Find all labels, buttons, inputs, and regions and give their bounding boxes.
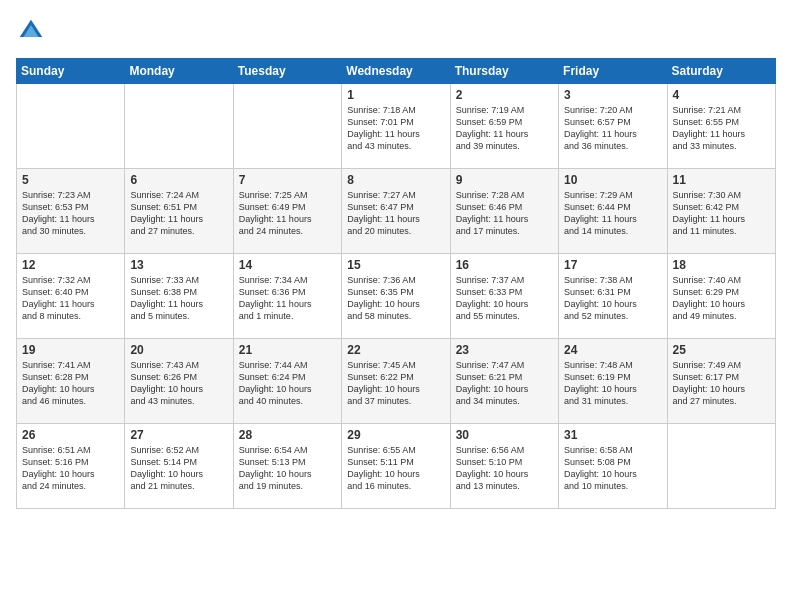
- calendar-cell: 3Sunrise: 7:20 AM Sunset: 6:57 PM Daylig…: [559, 84, 667, 169]
- calendar-cell: 2Sunrise: 7:19 AM Sunset: 6:59 PM Daylig…: [450, 84, 558, 169]
- calendar-cell: 26Sunrise: 6:51 AM Sunset: 5:16 PM Dayli…: [17, 424, 125, 509]
- day-info: Sunrise: 7:32 AM Sunset: 6:40 PM Dayligh…: [22, 274, 119, 323]
- day-info: Sunrise: 7:41 AM Sunset: 6:28 PM Dayligh…: [22, 359, 119, 408]
- day-number: 30: [456, 428, 553, 442]
- day-number: 14: [239, 258, 336, 272]
- calendar-cell: 11Sunrise: 7:30 AM Sunset: 6:42 PM Dayli…: [667, 169, 775, 254]
- calendar-cell: 20Sunrise: 7:43 AM Sunset: 6:26 PM Dayli…: [125, 339, 233, 424]
- day-info: Sunrise: 7:29 AM Sunset: 6:44 PM Dayligh…: [564, 189, 661, 238]
- calendar-cell: 25Sunrise: 7:49 AM Sunset: 6:17 PM Dayli…: [667, 339, 775, 424]
- day-number: 7: [239, 173, 336, 187]
- day-number: 12: [22, 258, 119, 272]
- day-number: 18: [673, 258, 770, 272]
- calendar-week-4: 19Sunrise: 7:41 AM Sunset: 6:28 PM Dayli…: [17, 339, 776, 424]
- day-info: Sunrise: 7:48 AM Sunset: 6:19 PM Dayligh…: [564, 359, 661, 408]
- day-info: Sunrise: 7:40 AM Sunset: 6:29 PM Dayligh…: [673, 274, 770, 323]
- day-info: Sunrise: 7:47 AM Sunset: 6:21 PM Dayligh…: [456, 359, 553, 408]
- calendar-cell: 13Sunrise: 7:33 AM Sunset: 6:38 PM Dayli…: [125, 254, 233, 339]
- calendar-cell: 4Sunrise: 7:21 AM Sunset: 6:55 PM Daylig…: [667, 84, 775, 169]
- calendar-header-thursday: Thursday: [450, 59, 558, 84]
- day-info: Sunrise: 6:56 AM Sunset: 5:10 PM Dayligh…: [456, 444, 553, 493]
- calendar-cell: 30Sunrise: 6:56 AM Sunset: 5:10 PM Dayli…: [450, 424, 558, 509]
- day-info: Sunrise: 7:37 AM Sunset: 6:33 PM Dayligh…: [456, 274, 553, 323]
- day-info: Sunrise: 6:54 AM Sunset: 5:13 PM Dayligh…: [239, 444, 336, 493]
- calendar-cell: 6Sunrise: 7:24 AM Sunset: 6:51 PM Daylig…: [125, 169, 233, 254]
- calendar-cell: 7Sunrise: 7:25 AM Sunset: 6:49 PM Daylig…: [233, 169, 341, 254]
- day-number: 8: [347, 173, 444, 187]
- day-number: 20: [130, 343, 227, 357]
- calendar-cell: 24Sunrise: 7:48 AM Sunset: 6:19 PM Dayli…: [559, 339, 667, 424]
- day-info: Sunrise: 7:19 AM Sunset: 6:59 PM Dayligh…: [456, 104, 553, 153]
- calendar-cell: 8Sunrise: 7:27 AM Sunset: 6:47 PM Daylig…: [342, 169, 450, 254]
- calendar-cell: 16Sunrise: 7:37 AM Sunset: 6:33 PM Dayli…: [450, 254, 558, 339]
- page-header: [16, 16, 776, 46]
- calendar-cell: 17Sunrise: 7:38 AM Sunset: 6:31 PM Dayli…: [559, 254, 667, 339]
- day-info: Sunrise: 7:25 AM Sunset: 6:49 PM Dayligh…: [239, 189, 336, 238]
- calendar-cell: [125, 84, 233, 169]
- calendar-cell: 22Sunrise: 7:45 AM Sunset: 6:22 PM Dayli…: [342, 339, 450, 424]
- day-info: Sunrise: 6:55 AM Sunset: 5:11 PM Dayligh…: [347, 444, 444, 493]
- calendar-header-monday: Monday: [125, 59, 233, 84]
- day-number: 19: [22, 343, 119, 357]
- calendar-cell: 12Sunrise: 7:32 AM Sunset: 6:40 PM Dayli…: [17, 254, 125, 339]
- day-info: Sunrise: 7:23 AM Sunset: 6:53 PM Dayligh…: [22, 189, 119, 238]
- day-info: Sunrise: 7:28 AM Sunset: 6:46 PM Dayligh…: [456, 189, 553, 238]
- day-number: 28: [239, 428, 336, 442]
- day-info: Sunrise: 7:34 AM Sunset: 6:36 PM Dayligh…: [239, 274, 336, 323]
- calendar-cell: 31Sunrise: 6:58 AM Sunset: 5:08 PM Dayli…: [559, 424, 667, 509]
- day-number: 1: [347, 88, 444, 102]
- day-info: Sunrise: 7:21 AM Sunset: 6:55 PM Dayligh…: [673, 104, 770, 153]
- day-info: Sunrise: 7:20 AM Sunset: 6:57 PM Dayligh…: [564, 104, 661, 153]
- day-number: 10: [564, 173, 661, 187]
- calendar-table: SundayMondayTuesdayWednesdayThursdayFrid…: [16, 58, 776, 509]
- calendar-cell: 27Sunrise: 6:52 AM Sunset: 5:14 PM Dayli…: [125, 424, 233, 509]
- calendar-header-friday: Friday: [559, 59, 667, 84]
- logo: [16, 16, 50, 46]
- calendar-week-1: 1Sunrise: 7:18 AM Sunset: 7:01 PM Daylig…: [17, 84, 776, 169]
- day-info: Sunrise: 7:49 AM Sunset: 6:17 PM Dayligh…: [673, 359, 770, 408]
- calendar-week-3: 12Sunrise: 7:32 AM Sunset: 6:40 PM Dayli…: [17, 254, 776, 339]
- day-number: 31: [564, 428, 661, 442]
- day-number: 2: [456, 88, 553, 102]
- day-number: 3: [564, 88, 661, 102]
- day-number: 6: [130, 173, 227, 187]
- calendar-header-wednesday: Wednesday: [342, 59, 450, 84]
- calendar-header-sunday: Sunday: [17, 59, 125, 84]
- calendar-body: 1Sunrise: 7:18 AM Sunset: 7:01 PM Daylig…: [17, 84, 776, 509]
- calendar-cell: [667, 424, 775, 509]
- day-number: 16: [456, 258, 553, 272]
- day-info: Sunrise: 7:24 AM Sunset: 6:51 PM Dayligh…: [130, 189, 227, 238]
- day-number: 4: [673, 88, 770, 102]
- calendar-header-row: SundayMondayTuesdayWednesdayThursdayFrid…: [17, 59, 776, 84]
- calendar-cell: 19Sunrise: 7:41 AM Sunset: 6:28 PM Dayli…: [17, 339, 125, 424]
- day-number: 22: [347, 343, 444, 357]
- calendar-cell: 1Sunrise: 7:18 AM Sunset: 7:01 PM Daylig…: [342, 84, 450, 169]
- day-number: 5: [22, 173, 119, 187]
- calendar-cell: 23Sunrise: 7:47 AM Sunset: 6:21 PM Dayli…: [450, 339, 558, 424]
- day-info: Sunrise: 7:38 AM Sunset: 6:31 PM Dayligh…: [564, 274, 661, 323]
- day-number: 17: [564, 258, 661, 272]
- day-info: Sunrise: 6:51 AM Sunset: 5:16 PM Dayligh…: [22, 444, 119, 493]
- day-number: 29: [347, 428, 444, 442]
- day-number: 13: [130, 258, 227, 272]
- day-number: 25: [673, 343, 770, 357]
- logo-icon: [16, 16, 46, 46]
- calendar-cell: 15Sunrise: 7:36 AM Sunset: 6:35 PM Dayli…: [342, 254, 450, 339]
- day-number: 26: [22, 428, 119, 442]
- day-number: 9: [456, 173, 553, 187]
- calendar-cell: [233, 84, 341, 169]
- day-info: Sunrise: 6:58 AM Sunset: 5:08 PM Dayligh…: [564, 444, 661, 493]
- day-info: Sunrise: 7:44 AM Sunset: 6:24 PM Dayligh…: [239, 359, 336, 408]
- day-info: Sunrise: 7:33 AM Sunset: 6:38 PM Dayligh…: [130, 274, 227, 323]
- day-info: Sunrise: 7:36 AM Sunset: 6:35 PM Dayligh…: [347, 274, 444, 323]
- calendar-week-5: 26Sunrise: 6:51 AM Sunset: 5:16 PM Dayli…: [17, 424, 776, 509]
- calendar-cell: 28Sunrise: 6:54 AM Sunset: 5:13 PM Dayli…: [233, 424, 341, 509]
- day-info: Sunrise: 7:18 AM Sunset: 7:01 PM Dayligh…: [347, 104, 444, 153]
- calendar-header-saturday: Saturday: [667, 59, 775, 84]
- calendar-cell: 21Sunrise: 7:44 AM Sunset: 6:24 PM Dayli…: [233, 339, 341, 424]
- calendar-cell: 29Sunrise: 6:55 AM Sunset: 5:11 PM Dayli…: [342, 424, 450, 509]
- day-info: Sunrise: 7:45 AM Sunset: 6:22 PM Dayligh…: [347, 359, 444, 408]
- day-info: Sunrise: 7:30 AM Sunset: 6:42 PM Dayligh…: [673, 189, 770, 238]
- day-number: 23: [456, 343, 553, 357]
- day-info: Sunrise: 6:52 AM Sunset: 5:14 PM Dayligh…: [130, 444, 227, 493]
